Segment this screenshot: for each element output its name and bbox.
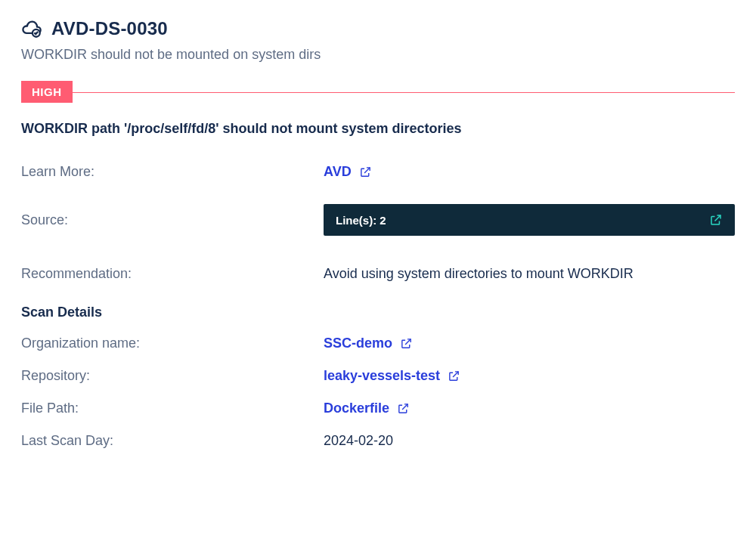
file-path-link-text: Dockerfile (324, 400, 389, 416)
repo-label: Repository: (21, 368, 324, 384)
severity-badge: HIGH (21, 81, 73, 103)
external-link-icon (397, 402, 410, 415)
learn-more-link-text: AVD (324, 164, 352, 180)
last-scan-label: Last Scan Day: (21, 433, 324, 449)
source-label: Source: (21, 212, 324, 228)
repo-link-text: leaky-vessels-test (324, 368, 440, 384)
vuln-subtitle: WORKDIR should not be mounted on system … (21, 47, 735, 63)
org-row: Organization name: SSC-demo (21, 336, 735, 351)
org-link[interactable]: SSC-demo (324, 336, 413, 351)
severity-row: HIGH (21, 81, 735, 103)
org-link-text: SSC-demo (324, 336, 392, 351)
external-link-icon (359, 165, 372, 178)
external-link-icon (448, 370, 460, 382)
file-path-row: File Path: Dockerfile (21, 400, 735, 416)
recommendation-label: Recommendation: (21, 266, 324, 282)
cloud-scan-icon (21, 18, 42, 39)
source-row: Source: Line(s): 2 (21, 204, 735, 236)
header-row: AVD-DS-0030 (21, 18, 735, 39)
recommendation-row: Recommendation: Avoid using system direc… (21, 266, 735, 282)
severity-divider (21, 92, 735, 93)
file-path-link[interactable]: Dockerfile (324, 400, 410, 416)
file-path-label: File Path: (21, 400, 324, 416)
learn-more-row: Learn More: AVD (21, 164, 735, 180)
source-lines-text: Line(s): 2 (336, 214, 386, 227)
vuln-id-title: AVD-DS-0030 (51, 18, 168, 39)
finding-message: WORKDIR path '/proc/self/fd/8' should no… (21, 121, 735, 137)
last-scan-value: 2024-02-20 (324, 433, 735, 449)
learn-more-link[interactable]: AVD (324, 164, 372, 180)
external-link-icon (709, 213, 723, 227)
last-scan-row: Last Scan Day: 2024-02-20 (21, 433, 735, 449)
source-box[interactable]: Line(s): 2 (324, 204, 735, 236)
repo-link[interactable]: leaky-vessels-test (324, 368, 460, 384)
learn-more-label: Learn More: (21, 164, 324, 180)
external-link-icon (400, 337, 413, 350)
recommendation-text: Avoid using system directories to mount … (324, 266, 735, 282)
org-label: Organization name: (21, 336, 324, 351)
scan-details-heading: Scan Details (21, 305, 735, 320)
repo-row: Repository: leaky-vessels-test (21, 368, 735, 384)
